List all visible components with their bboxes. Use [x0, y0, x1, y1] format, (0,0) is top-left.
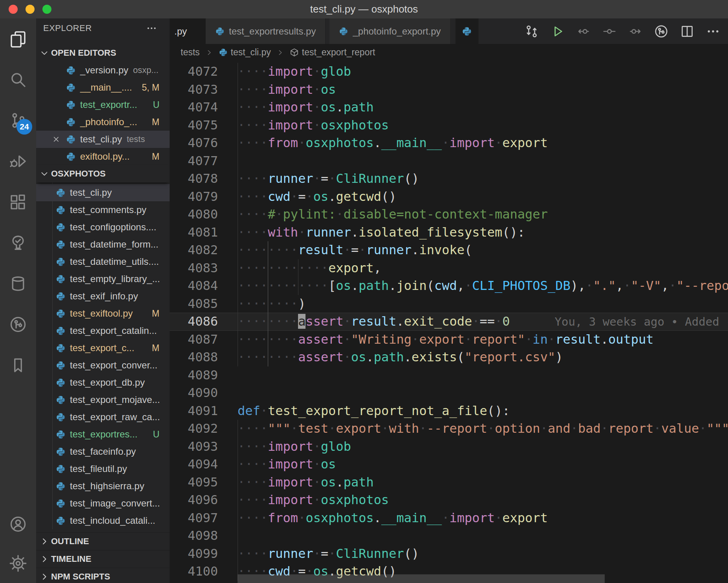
tree-item[interactable]: test_fileutil.py — [36, 460, 170, 477]
tree-item[interactable]: test_empty_library_... — [36, 270, 170, 288]
line-content[interactable]: ········assert·result.exit_code·==·0You,… — [238, 313, 728, 331]
open-editor-item[interactable]: _photoinfo_...M — [36, 113, 170, 131]
tree-item[interactable]: test_configoptions.... — [36, 219, 170, 236]
sidebar-section-npm-scripts[interactable]: NPM SCRIPTS — [36, 568, 170, 583]
line-number[interactable]: 4088 — [170, 348, 218, 366]
code-editor[interactable]: 4072····import·glob4073····import·os4074… — [170, 61, 728, 583]
tree-item[interactable]: test_export_db.py — [36, 374, 170, 391]
activity-explorer[interactable] — [0, 18, 36, 59]
line-content[interactable]: ········assert·os.path.exists("report.cs… — [238, 348, 728, 366]
open-editor-item[interactable]: _version.pyosxp... — [36, 62, 170, 79]
breadcrumb-item[interactable]: tests — [181, 47, 200, 58]
line-content[interactable]: ····import·os — [238, 455, 728, 474]
line-number[interactable]: 4090 — [170, 384, 218, 402]
tree-item[interactable]: test_export_conver... — [36, 357, 170, 374]
breadcrumb-item[interactable]: test_export_report — [290, 47, 375, 58]
line-content[interactable]: ····import·glob — [238, 63, 728, 81]
open-editor-item[interactable]: exiftool.py...M — [36, 148, 170, 165]
tree-item[interactable]: test_cli.py — [36, 184, 170, 201]
tree-item[interactable]: test_comments.py — [36, 201, 170, 219]
tree-item[interactable]: test_export_mojave... — [36, 391, 170, 408]
line-content[interactable]: ····"""·test·export·with·--report·option… — [238, 420, 728, 438]
tree-item[interactable]: test_datetime_form... — [36, 236, 170, 253]
explorer-more-actions-icon[interactable] — [146, 23, 157, 34]
activity-settings[interactable] — [0, 544, 36, 583]
line-content[interactable]: ········result·=·runner.invoke( — [238, 241, 728, 259]
line-content[interactable]: ····import·glob — [238, 438, 728, 456]
line-content[interactable]: ····import·osxphotos — [238, 491, 728, 509]
line-content[interactable]: ········assert·"Writing·export·report"·i… — [238, 331, 728, 349]
line-number[interactable]: 4097 — [170, 509, 218, 527]
line-number[interactable]: 4089 — [170, 366, 218, 384]
line-number[interactable]: 4074 — [170, 98, 218, 117]
activity-account[interactable] — [0, 505, 36, 544]
line-content[interactable]: ····from·osxphotos.__main__·import·expor… — [238, 509, 728, 527]
line-number[interactable]: 4076 — [170, 134, 218, 152]
editor-tab[interactable]: test_exportresults.py — [206, 18, 326, 44]
line-content[interactable]: ····import·os.path — [238, 98, 728, 117]
line-number[interactable]: 4085 — [170, 295, 218, 313]
tree-item[interactable]: test_export_catalin... — [36, 322, 170, 339]
tree-item[interactable]: test_incloud_catali... — [36, 512, 170, 529]
activity-bookmarks[interactable] — [0, 345, 36, 386]
open-editor-item[interactable]: __main__....5, M — [36, 79, 170, 96]
tree-item[interactable]: test_image_convert... — [36, 495, 170, 512]
pinned-python-tab[interactable] — [455, 18, 479, 44]
line-content[interactable]: ····import·os — [238, 81, 728, 99]
line-content[interactable]: ····runner·=·CliRunner() — [238, 170, 728, 188]
line-number[interactable]: 4091 — [170, 402, 218, 420]
tree-item[interactable]: test_exiftool.pyM — [36, 305, 170, 322]
line-number[interactable]: 4096 — [170, 491, 218, 509]
line-content[interactable]: ····runner·=·CliRunner() — [238, 545, 728, 563]
line-number[interactable]: 4081 — [170, 224, 218, 242]
sidebar-section-timeline[interactable]: TIMELINE — [36, 550, 170, 568]
line-content[interactable]: ········) — [238, 295, 728, 313]
tree-item[interactable]: test_export_raw_ca... — [36, 408, 170, 426]
run-to-line-icon[interactable] — [602, 24, 616, 38]
open-changes-icon[interactable] — [525, 24, 539, 38]
line-number[interactable]: 4082 — [170, 241, 218, 259]
tree-item[interactable]: test_exportres...U — [36, 426, 170, 443]
git-graph-icon[interactable] — [654, 24, 668, 38]
line-number[interactable]: 4094 — [170, 455, 218, 474]
line-number[interactable]: 4077 — [170, 152, 218, 170]
line-content[interactable]: ····from·osxphotos.__main__·import·expor… — [238, 134, 728, 152]
editor-tab-active-overflow[interactable]: .py — [170, 18, 206, 44]
open-editor-item[interactable]: test_cli.pytests — [36, 131, 170, 148]
activity-run-debug[interactable] — [0, 141, 36, 182]
line-number[interactable]: 4099 — [170, 545, 218, 563]
line-number[interactable]: 4083 — [170, 259, 218, 277]
line-content[interactable]: def·test_export_report_not_a_file(): — [238, 402, 728, 420]
line-content[interactable]: ····cwd·=·os.getcwd() — [238, 188, 728, 206]
split-editor-icon[interactable] — [680, 24, 694, 38]
line-content[interactable]: ····with·runner.isolated_filesystem(): — [238, 224, 728, 242]
line-number[interactable]: 4086 — [170, 313, 218, 331]
line-number[interactable]: 4092 — [170, 420, 218, 438]
line-number[interactable]: 4084 — [170, 277, 218, 295]
line-number[interactable]: 4100 — [170, 563, 218, 581]
step-forward-icon[interactable] — [628, 24, 642, 38]
line-content[interactable] — [238, 366, 728, 384]
line-number[interactable]: 4095 — [170, 474, 218, 492]
line-content[interactable] — [238, 384, 728, 402]
line-number[interactable]: 4072 — [170, 63, 218, 81]
line-number[interactable]: 4075 — [170, 117, 218, 135]
line-content[interactable]: ············[os.path.join(cwd,·CLI_PHOTO… — [238, 277, 728, 295]
activity-extensions[interactable] — [0, 182, 36, 222]
line-content[interactable] — [238, 152, 728, 170]
sidebar-section-outline[interactable]: OUTLINE — [36, 532, 170, 550]
line-number[interactable]: 4078 — [170, 170, 218, 188]
line-number[interactable]: 4073 — [170, 81, 218, 99]
run-file-icon[interactable] — [551, 24, 565, 38]
breadcrumb-item[interactable]: test_cli.py — [219, 47, 271, 58]
tree-item[interactable]: test_exif_info.py — [36, 288, 170, 305]
activity-database[interactable] — [0, 263, 36, 304]
line-content[interactable] — [238, 527, 728, 545]
horizontal-scrollbar[interactable] — [238, 574, 605, 583]
line-content[interactable]: ····#·pylint:·disable=not-context-manage… — [238, 206, 728, 224]
line-number[interactable]: 4093 — [170, 438, 218, 456]
more-actions-icon[interactable] — [706, 24, 720, 38]
line-number[interactable]: 4087 — [170, 331, 218, 349]
editor-tab[interactable]: _photoinfo_export.py — [329, 18, 450, 44]
activity-gitlens[interactable] — [0, 304, 36, 345]
